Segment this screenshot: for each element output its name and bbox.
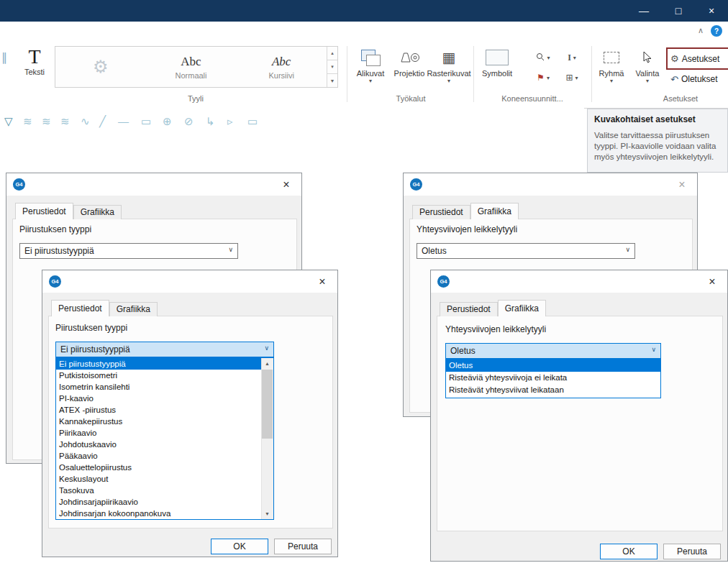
dropdown-option[interactable]: Keskuslayout <box>56 473 273 485</box>
dropdown-scrollbar[interactable]: ▲ ▼ <box>261 358 273 519</box>
dropdown-option[interactable]: ATEX -piirustus <box>56 404 273 416</box>
valinta-button[interactable]: Valinta ▾ <box>630 46 665 84</box>
dropdown-option[interactable]: Osaluettelopiirustus <box>56 462 273 473</box>
dropdown-option[interactable]: Putkistoisometri <box>56 370 273 381</box>
dropdown-option[interactable]: Isometrin kansilehti <box>56 381 273 393</box>
triangle-icon[interactable]: ▹ <box>227 115 233 128</box>
scroll-up-icon: ▴ <box>331 50 334 56</box>
gear-icon: ⚙ <box>93 57 109 77</box>
alikuvat-button[interactable]: Alikuvat ▾ <box>350 46 391 84</box>
dialog-title-bar[interactable]: G4 × <box>404 173 697 196</box>
plus-icon[interactable]: ⊕ <box>163 115 172 128</box>
help-button[interactable]: ? <box>711 25 722 37</box>
dropdown-option[interactable]: Risteäviä yhteysviivoja ei leikata <box>446 372 660 384</box>
g4-logo: G4 <box>13 178 25 191</box>
ok-button[interactable]: OK <box>600 544 658 559</box>
projektio-button[interactable]: Projektio <box>393 46 426 78</box>
corner-arrow-icon[interactable]: ↳ <box>206 115 215 128</box>
group-label-asetukset: Asetukset <box>645 94 716 103</box>
tab-grafiikka[interactable]: Grafiikka <box>109 302 158 316</box>
rasterikuvat-button[interactable]: ▦ Rasterikuvat ▾ <box>426 46 472 84</box>
dialog-close-button[interactable]: × <box>673 177 691 193</box>
zoom-rect-icon[interactable]: ▭ <box>247 115 258 128</box>
chevron-down-icon: ∨ <box>651 346 656 353</box>
collapse-ribbon-button[interactable]: ∧ <box>698 26 704 35</box>
flag-icon: ⚑ <box>537 73 545 83</box>
tooltip-body: Valitse tarvittaessa piirustuksen tyyppi… <box>594 130 721 163</box>
no-entry-icon[interactable]: ⊘ <box>184 115 194 128</box>
dropdown-option[interactable]: Piirikaavio <box>56 427 273 439</box>
tab-perustiedot[interactable]: Perustiedot <box>412 205 470 219</box>
gallery-scroll-up-button[interactable]: ▴ <box>327 47 337 60</box>
gallery-scrollbar: ▴ ▾ ▼ <box>327 47 337 87</box>
symbolit-button[interactable]: Symbolit <box>476 46 518 78</box>
scrollbar-up-button[interactable]: ▲ <box>262 358 273 369</box>
tab-perustiedot[interactable]: Perustiedot <box>51 300 109 316</box>
maximize-button[interactable]: □ <box>662 0 695 22</box>
dialog-title-bar[interactable]: G4 × <box>42 270 337 293</box>
dropdown-option[interactable]: PI-kaavio <box>56 393 273 404</box>
dropdown-option[interactable]: Johdinsarjan kokoonpanokuva <box>56 508 273 519</box>
tab-grafiikka[interactable]: Grafiikka <box>470 203 519 219</box>
minimize-button[interactable]: — <box>627 0 660 22</box>
group-separator <box>591 46 592 102</box>
ryhma-button[interactable]: Ryhmä ▾ <box>594 46 629 84</box>
dropdown-option[interactable]: Johdinsarjapiirikaavio <box>56 496 273 508</box>
dropdown-option[interactable]: Pääkaavio <box>56 450 273 462</box>
style-preview-normal: Abc <box>181 55 201 69</box>
gallery-scroll-down-button[interactable]: ▾ <box>327 60 337 74</box>
line-cut-style-dropdown-list[interactable]: OletusRisteäviä yhteysviivoja ei leikata… <box>445 359 661 398</box>
dialog-title-bar[interactable]: G4 × <box>431 270 727 293</box>
slash-icon[interactable]: ╱ <box>99 115 106 128</box>
flag-button[interactable]: ⚑ ▾ <box>529 69 557 86</box>
grid-button[interactable]: ⊞ ▾ <box>558 69 586 86</box>
tab-perustiedot[interactable]: Perustiedot <box>15 203 73 219</box>
wave-icon[interactable]: ∿ <box>81 115 90 128</box>
group-label-koneensuunnittelu: Koneensuunnitt... <box>475 94 590 103</box>
drawing-type-dropdown-list[interactable]: ▲ ▼ Ei piirustustyyppiäPutkistoisometriI… <box>55 357 274 520</box>
tab-grafiikka[interactable]: Grafiikka <box>73 205 122 219</box>
dropdown-arrow-icon: ▾ <box>610 78 613 84</box>
dropdown-option[interactable]: Johdotuskaavio <box>56 439 273 450</box>
text-cursor-button[interactable]: I ▾ <box>558 49 586 66</box>
style-item-normal[interactable]: Abc Normaali <box>146 47 237 87</box>
drawing-type-combobox[interactable]: Ei piirustustyyppiä ∨ <box>19 243 238 259</box>
dropdown-option[interactable]: Oletus <box>446 360 660 372</box>
gallery-more-button[interactable]: ▼ <box>327 74 337 87</box>
ok-button[interactable]: OK <box>211 539 268 554</box>
oletukset-button[interactable]: ↶ Oletukset <box>668 71 728 87</box>
style-item-italic[interactable]: Abc Kursiivi <box>236 47 327 87</box>
dropdown-option[interactable]: Kannakepiirustus <box>56 416 273 427</box>
app-window: — □ × ∧ ? ∥ T Teksti ⚙ Abc Normaali Abc … <box>0 0 728 563</box>
hatch-icon-a[interactable]: ≋ <box>23 115 32 128</box>
zoom-edit-button[interactable]: ▾ <box>529 49 557 66</box>
hatch-icon-b[interactable]: ≋ <box>42 115 51 128</box>
cancel-button[interactable]: Peruuta <box>274 539 332 554</box>
line-cut-style-combobox[interactable]: Oletus ∨ <box>417 243 635 259</box>
valinta-label: Valinta <box>636 69 660 78</box>
dialog-close-button[interactable]: × <box>277 177 296 193</box>
close-button[interactable]: × <box>695 0 728 22</box>
dialog-close-button[interactable]: × <box>313 274 332 290</box>
hatch-icon-c[interactable]: ≋ <box>60 115 70 128</box>
dialog-title-bar[interactable]: G4 × <box>6 173 301 196</box>
dash-icon[interactable]: — <box>118 115 129 127</box>
dialog-close-button[interactable]: × <box>703 274 722 290</box>
tab-perustiedot[interactable]: Perustiedot <box>440 302 498 316</box>
dropdown-option[interactable]: Risteävät yhteysviivat leikataan <box>446 384 660 396</box>
scrollbar-thumb[interactable] <box>262 370 273 439</box>
drawing-type-combobox[interactable]: Ei piirustustyyppiä ∨ <box>55 342 274 357</box>
teksti-button[interactable]: T Teksti <box>17 46 52 76</box>
dropdown-option[interactable]: Ei piirustustyyppiä <box>56 358 273 370</box>
funnel-icon[interactable]: ▽ <box>4 115 13 128</box>
cancel-button[interactable]: Peruuta <box>663 544 721 559</box>
line-cut-style-combobox[interactable]: Oletus ∨ <box>445 343 661 359</box>
style-item-hatch[interactable]: ⚙ <box>55 47 146 87</box>
group-separator <box>347 46 347 102</box>
zoom-region-icon[interactable]: ▭ <box>141 115 151 128</box>
dropdown-option[interactable]: Tasokuva <box>56 485 273 496</box>
scrollbar-down-button[interactable]: ▼ <box>262 508 273 519</box>
g4-logo: G4 <box>437 275 450 288</box>
tab-grafiikka[interactable]: Grafiikka <box>498 300 546 316</box>
asetukset-button[interactable]: ⚙ Asetukset <box>666 47 728 70</box>
